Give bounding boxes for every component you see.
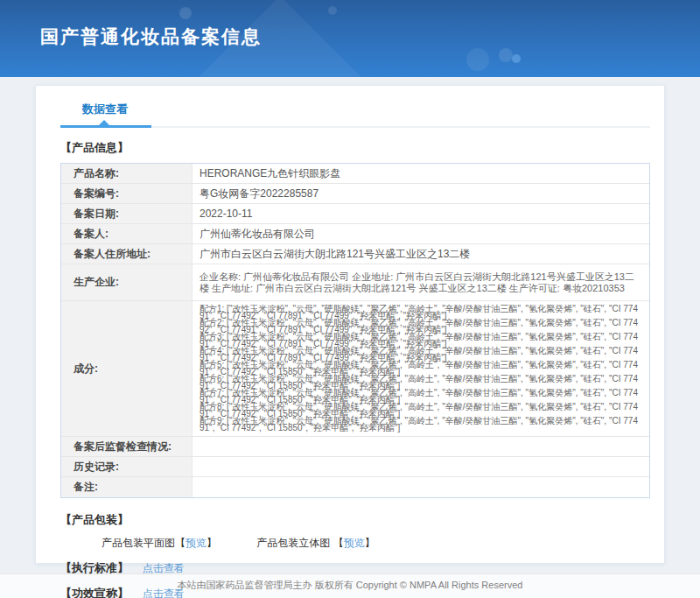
row-label: 备案人: xyxy=(61,224,192,243)
row-label: 备注: xyxy=(61,477,192,497)
tab-data-view-label: 数据查看 xyxy=(82,102,128,116)
packaging-flat-preview-link[interactable]: 预览 xyxy=(186,537,206,549)
packaging-stereo-item: 产品包装立体图 【预览】 xyxy=(256,537,374,549)
table-row-history: 历史记录: xyxy=(61,457,649,477)
row-value: 配方1: ["改性玉米淀粉", "云母", "硬脂酸镁", "聚乙烯", "高岭… xyxy=(192,301,649,436)
packaging-links-row: 产品包装平面图【预览】 产品包装立体图 【预览】 xyxy=(102,536,650,551)
tab-data-view[interactable]: 数据查看 xyxy=(82,102,128,117)
active-tab-underline xyxy=(60,125,151,128)
bracket-open: 【 xyxy=(333,537,344,549)
table-row-product-name: 产品名称: HERORANGE九色针织眼影盘 xyxy=(61,164,649,184)
header-decoration-circle xyxy=(466,48,489,71)
table-row-reg-number: 备案编号: 粤G妆网备字2022285587 xyxy=(61,184,649,204)
copyright-text: 本站由国家药品监督管理局主办 版权所有 Copyright © NMPA All… xyxy=(178,580,523,590)
bracket-close: 】 xyxy=(206,537,217,549)
row-value: 广州仙蒂化妆品有限公司 xyxy=(192,224,649,243)
row-label: 历史记录: xyxy=(61,457,192,476)
packaging-stereo-label: 产品包装立体图 xyxy=(256,537,330,549)
row-value xyxy=(192,437,649,456)
table-row-inspection: 备案后监督检查情况: xyxy=(61,437,649,457)
table-row-ingredients: 成分: 配方1: ["改性玉米淀粉", "云母", "硬脂酸镁", "聚乙烯",… xyxy=(61,301,649,437)
active-tab-arrow-icon xyxy=(99,120,109,125)
page-title: 国产普通化妆品备案信息 xyxy=(0,0,700,49)
row-value: 企业名称: 广州仙蒂化妆品有限公司 企业地址: 广州市白云区白云湖街大朗北路12… xyxy=(192,264,649,300)
header-decoration-circle xyxy=(499,48,513,62)
standard-view-link[interactable]: 点击查看 xyxy=(143,562,185,574)
content-card: 数据查看 【产品信息】 产品名称: HERORANGE九色针织眼影盘 备案编号:… xyxy=(35,85,665,564)
packaging-stereo-preview-link[interactable]: 预览 xyxy=(344,537,365,549)
section-title-packaging: 【产品包装】 xyxy=(60,512,650,528)
product-info-table: 产品名称: HERORANGE九色针织眼影盘 备案编号: 粤G妆网备字20222… xyxy=(60,163,650,498)
packaging-flat-item: 产品包装平面图【预览】 xyxy=(102,537,220,549)
section-title-efficacy: 【功效宣称】 xyxy=(60,587,129,598)
table-row-remark: 备注: xyxy=(61,477,649,497)
section-title-standard: 【执行标准】 xyxy=(60,561,129,574)
row-label: 产品名称: xyxy=(61,164,192,183)
table-row-address: 备案人住所地址: 广州市白云区白云湖街大朗北路121号兴盛工业区之13二楼 xyxy=(61,244,649,264)
row-label: 成分: xyxy=(61,301,192,436)
table-row-reg-date: 备案日期: 2022-10-11 xyxy=(61,204,649,224)
row-value xyxy=(192,477,649,497)
page-body: 数据查看 【产品信息】 产品名称: HERORANGE九色针织眼影盘 备案编号:… xyxy=(0,77,700,573)
row-label: 备案编号: xyxy=(61,184,192,203)
bracket-close: 】 xyxy=(365,537,375,549)
row-label: 备案日期: xyxy=(61,204,192,223)
row-value: HERORANGE九色针织眼影盘 xyxy=(192,164,649,183)
table-row-registrant: 备案人: 广州仙蒂化妆品有限公司 xyxy=(61,224,649,244)
bracket-open: 【 xyxy=(175,537,186,549)
row-label: 备案人住所地址: xyxy=(61,244,192,264)
tab-bar: 数据查看 xyxy=(60,86,650,128)
row-label: 备案后监督检查情况: xyxy=(61,437,192,456)
table-row-manufacturer: 生产企业: 企业名称: 广州仙蒂化妆品有限公司 企业地址: 广州市白云区白云湖街… xyxy=(61,264,649,301)
section-title-product-info: 【产品信息】 xyxy=(60,140,650,156)
row-value xyxy=(192,457,649,476)
row-value: 粤G妆网备字2022285587 xyxy=(192,184,649,203)
header-decoration-circle xyxy=(512,54,521,63)
page-header: 国产普通化妆品备案信息 xyxy=(0,0,700,77)
row-value: 广州市白云区白云湖街大朗北路121号兴盛工业区之13二楼 xyxy=(192,244,649,264)
row-value: 2022-10-11 xyxy=(192,204,649,223)
packaging-flat-label: 产品包装平面图 xyxy=(102,537,175,549)
row-label: 生产企业: xyxy=(61,264,192,300)
